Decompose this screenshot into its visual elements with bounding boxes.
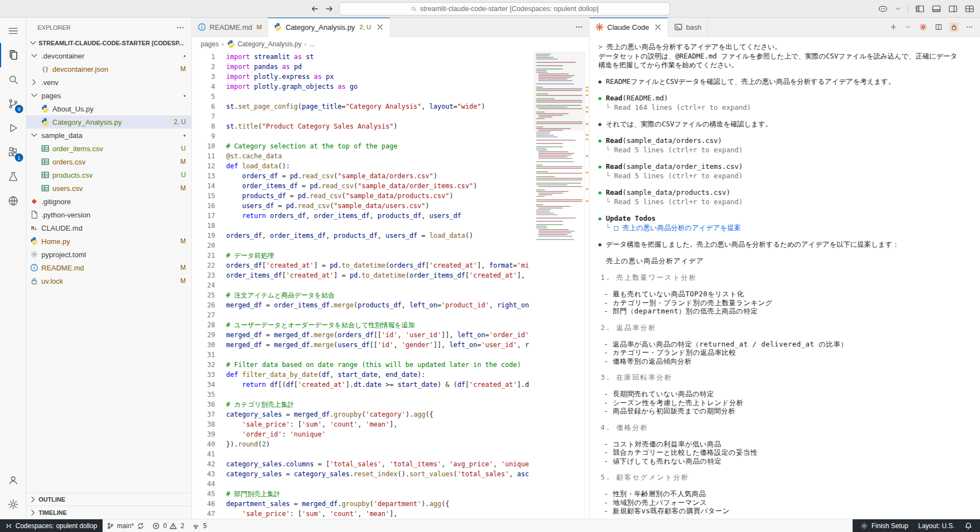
toggle-secondary-sidebar-icon[interactable]: [948, 4, 958, 14]
code-text: return df[(df['created_at'].dt.date >= s…: [226, 380, 529, 390]
close-icon[interactable]: [376, 23, 384, 31]
toggle-sidebar-icon[interactable]: [915, 4, 925, 14]
problems-indicator[interactable]: 0 2: [148, 519, 188, 532]
split-panel-icon[interactable]: [934, 22, 944, 32]
tab-label: Claude Code: [607, 23, 649, 31]
panel-tab-bar: Claude Codebash: [590, 18, 980, 37]
command-center[interactable]: streamlit-claude-code-starter [Codespace…: [339, 2, 670, 15]
file-item-claude-md[interactable]: M↓CLAUDE.md: [26, 221, 191, 235]
customize-layout-icon[interactable]: [965, 4, 974, 14]
code-editor[interactable]: 1import streamlit as st2import pandas as…: [192, 51, 589, 519]
folder-item-venv[interactable]: .venv: [26, 76, 191, 89]
toggle-panel-icon[interactable]: [931, 4, 941, 14]
activity-item-account[interactable]: [0, 468, 26, 492]
chat-list-item: - シーズン性を考慮した売上トレンド分析: [598, 398, 960, 407]
line-number: 18: [192, 221, 226, 231]
terminal-dropdown-icon[interactable]: [904, 23, 913, 31]
more-actions-icon[interactable]: [176, 23, 185, 32]
code-line: 26merged_df = order_items_df.merge(produ…: [192, 300, 534, 310]
line-number: 10: [192, 141, 226, 151]
activity-item-testing[interactable]: [0, 164, 26, 189]
minimap[interactable]: [534, 51, 585, 519]
file-item-home-py[interactable]: Home.pyM: [26, 235, 191, 248]
code-line: 25# 注文アイテムと商品データを結合: [192, 290, 534, 300]
editor-more-actions-icon[interactable]: [575, 23, 583, 31]
code-line: 35: [192, 390, 534, 400]
claude-icon[interactable]: [918, 22, 928, 32]
breadcrumb-item-pages[interactable]: pages: [201, 40, 219, 48]
copilot-icon[interactable]: [878, 4, 888, 14]
chevron-down-icon[interactable]: [895, 6, 901, 12]
line-number: 26: [192, 300, 226, 310]
activity-item-search[interactable]: [0, 67, 26, 92]
tree-label: products.csv: [52, 171, 178, 179]
file-item-category-analysis-py[interactable]: Category_Analysis.py2, U: [26, 115, 191, 129]
file-tree: .devcontainer●{}devcontainer.jsonM.venvp…: [26, 49, 191, 493]
new-terminal-icon[interactable]: [888, 22, 898, 32]
activity-bar: 91: [0, 18, 26, 519]
minimap-slider[interactable]: [534, 51, 585, 131]
forward-arrow-icon[interactable]: [325, 4, 334, 13]
ports-indicator[interactable]: 5: [188, 519, 211, 532]
tab-label: README.md: [210, 23, 252, 31]
json-file-icon: {}: [41, 65, 50, 73]
vscode-window: streamlit-claude-code-starter [Codespace…: [0, 0, 980, 532]
workspace-root-item[interactable]: STREAMLIT-CLAUDE-CODE-STARTER [CODESP...: [26, 37, 191, 49]
git-status-badge: 2, U: [174, 118, 186, 126]
file-item-products-csv[interactable]: products.csvU: [26, 168, 191, 182]
file-item-users-csv[interactable]: users.csvM: [26, 182, 191, 195]
assistant-message: ●READMEファイルとCSVデータを確認して、売上の悪い商品を分析するアイデア…: [598, 77, 960, 86]
code-area[interactable]: 1import streamlit as st2import pandas as…: [192, 51, 534, 519]
close-icon[interactable]: [654, 23, 662, 31]
file-item-gitignore[interactable]: .gitignore: [26, 195, 191, 208]
breadcrumb-item-category-analysis-py[interactable]: Category_Analysis.py: [227, 40, 302, 49]
file-item-python-version[interactable]: .python-version: [26, 208, 191, 221]
tree-label: README.md: [41, 264, 178, 272]
tool-call-read: ●Read(README.md)└ Read 164 lines (ctrl+r…: [598, 94, 960, 112]
folder-item-sample-data[interactable]: sample_data●: [26, 129, 191, 142]
todo-item[interactable]: └ □ 売上の悪い商品分析のアイデアを提案: [606, 224, 960, 232]
file-item-pyproject-toml[interactable]: pyproject.toml: [26, 248, 191, 261]
activity-item-run-debug[interactable]: [0, 116, 26, 140]
code-line: 31: [192, 350, 534, 360]
sidebar-section-timeline[interactable]: TIMELINE: [26, 506, 191, 519]
info-file-icon: [197, 23, 206, 31]
activity-item-source-control[interactable]: 9: [0, 92, 26, 116]
folder-item-devcontainer[interactable]: .devcontainer●: [26, 49, 191, 62]
bell-icon[interactable]: [965, 522, 972, 530]
activity-item-menu[interactable]: [0, 19, 26, 43]
file-item-uv-lock[interactable]: uv.lockM: [26, 274, 191, 288]
keyboard-layout-indicator[interactable]: Layout: U.S.: [918, 522, 955, 530]
tab-bash[interactable]: bash: [668, 18, 708, 36]
branch-indicator[interactable]: main*: [103, 519, 148, 532]
overview-ruler[interactable]: [585, 51, 589, 519]
folder-item-pages[interactable]: pages●: [26, 89, 191, 102]
file-item-orders-csv[interactable]: orders.csvM: [26, 155, 191, 168]
activity-item-github[interactable]: [0, 189, 26, 213]
tree-label: users.csv: [52, 184, 178, 193]
sidebar-section-outline[interactable]: OUTLINE: [26, 493, 191, 506]
account-icon: [7, 474, 19, 486]
code-line: 11@st.cache_data: [192, 151, 534, 161]
tab-readme-md[interactable]: README.mdM: [192, 18, 268, 36]
back-arrow-icon[interactable]: [310, 4, 319, 13]
tab-category-analysis-py[interactable]: Category_Analysis.py2, U: [268, 18, 390, 37]
file-item-readme-md[interactable]: README.mdM: [26, 261, 191, 274]
globe-icon: [7, 195, 19, 207]
tab-claude-code[interactable]: Claude Code: [590, 18, 668, 37]
lock-icon[interactable]: [949, 22, 959, 32]
file-item-order-items-csv[interactable]: order_items.csvU: [26, 142, 191, 155]
finish-setup-button[interactable]: Finish Setup: [860, 522, 908, 530]
activity-item-explorer[interactable]: [0, 43, 26, 67]
file-item-devcontainer-json[interactable]: {}devcontainer.jsonM: [26, 62, 191, 76]
activity-item-extensions[interactable]: 1: [0, 140, 26, 164]
file-item-about-us-py[interactable]: About_Us.py: [26, 102, 191, 115]
panel-more-actions-icon[interactable]: [965, 22, 974, 32]
activity-item-settings[interactable]: [0, 492, 26, 517]
chat-section-heading: 2. 返品率分析: [598, 323, 960, 332]
breadcrumb-item-item[interactable]: ...: [309, 40, 315, 48]
bullet-icon: ●: [598, 214, 601, 232]
code-text: return orders_df, order_items_df, produc…: [226, 211, 461, 221]
remote-indicator[interactable]: Codespaces: opulent dollop: [0, 519, 103, 532]
section-label: OUTLINE: [39, 496, 65, 503]
